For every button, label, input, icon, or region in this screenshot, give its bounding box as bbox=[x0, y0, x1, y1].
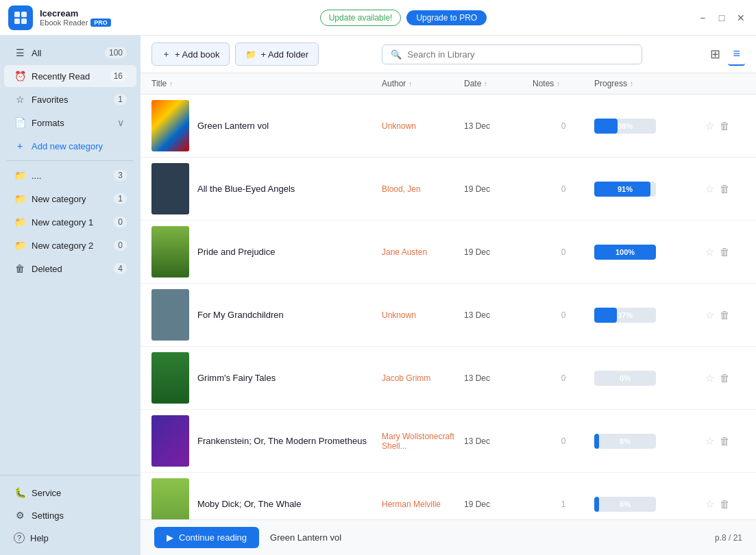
progress-label: 91% bbox=[594, 182, 656, 197]
progress-cell: 91% bbox=[594, 182, 704, 197]
sidebar-item-new-category-2[interactable]: 📁 New category 2 0 bbox=[4, 234, 136, 256]
title-sort-icon: ↑ bbox=[169, 80, 173, 88]
col-title[interactable]: Title ↑ bbox=[151, 79, 382, 88]
deleted-icon: 🗑 bbox=[14, 263, 26, 274]
update-button[interactable]: Update available! bbox=[320, 10, 402, 26]
actions-cell: ☆ 🗑 bbox=[704, 119, 745, 134]
actions-cell: ☆ 🗑 bbox=[704, 182, 745, 197]
play-icon: ▶ bbox=[167, 532, 173, 543]
add-book-icon: ＋ bbox=[162, 48, 171, 60]
sidebar-bottom: 🐛 Service ⚙ Settings ? Help bbox=[0, 475, 141, 550]
book-cell: Frankenstein; Or, The Modern Prometheus bbox=[151, 415, 382, 467]
col-notes[interactable]: Notes ↑ bbox=[533, 79, 594, 88]
sidebar-item-ellipsis[interactable]: 📁 .... 3 bbox=[4, 164, 136, 186]
search-box[interactable]: 🔍 bbox=[382, 45, 642, 64]
star-button[interactable]: ☆ bbox=[704, 245, 716, 260]
sidebar-item-recently-read[interactable]: ⏰ Recently Read 16 bbox=[4, 65, 136, 87]
actions-cell: ☆ 🗑 bbox=[704, 245, 745, 260]
continue-reading-button[interactable]: ▶ Continue reading bbox=[154, 527, 259, 548]
star-button[interactable]: ☆ bbox=[704, 497, 716, 512]
delete-button[interactable]: 🗑 bbox=[718, 245, 731, 259]
list-view-button[interactable]: ≡ bbox=[728, 43, 745, 66]
star-button[interactable]: ☆ bbox=[704, 182, 716, 197]
sidebar-item-settings[interactable]: ⚙ Settings bbox=[4, 504, 136, 526]
notes-cell: 0 bbox=[533, 373, 594, 383]
sidebar-item-new-category[interactable]: 📁 New category 1 bbox=[4, 188, 136, 210]
actions-cell: ☆ 🗑 bbox=[704, 434, 745, 449]
star-button[interactable]: ☆ bbox=[704, 371, 716, 386]
actions-cell: ☆ 🗑 bbox=[704, 371, 745, 386]
progress-bar: 8% bbox=[594, 434, 656, 449]
date-cell: 13 Dec bbox=[464, 373, 533, 383]
current-book-title: Green Lantern vol bbox=[270, 532, 341, 543]
col-date[interactable]: Date ↑ bbox=[464, 79, 533, 88]
author-cell: Blood, Jen bbox=[382, 184, 464, 194]
sidebar-item-all[interactable]: ☰ All 100 bbox=[4, 42, 136, 64]
search-input[interactable] bbox=[407, 49, 633, 60]
delete-button[interactable]: 🗑 bbox=[718, 434, 731, 448]
close-button[interactable]: ✕ bbox=[734, 11, 748, 25]
book-title: For My Grandchildren bbox=[197, 310, 284, 320]
notes-cell: 0 bbox=[533, 184, 594, 194]
book-cover bbox=[151, 289, 189, 341]
progress-label: 38% bbox=[594, 119, 656, 134]
actions-cell: ☆ 🗑 bbox=[704, 308, 745, 323]
col-progress[interactable]: Progress ↑ bbox=[594, 79, 704, 88]
delete-button[interactable]: 🗑 bbox=[718, 119, 731, 133]
progress-bar: 91% bbox=[594, 182, 656, 197]
sidebar-item-service[interactable]: 🐛 Service bbox=[4, 482, 136, 504]
grid-view-button[interactable]: ⊞ bbox=[705, 43, 725, 65]
titlebar-actions: Update available! Upgrade to PRO bbox=[320, 10, 487, 26]
delete-button[interactable]: 🗑 bbox=[718, 371, 731, 385]
sidebar-item-help[interactable]: ? Help bbox=[4, 527, 136, 549]
col-author[interactable]: Author ↑ bbox=[382, 79, 464, 88]
date-sort-icon: ↑ bbox=[484, 80, 487, 88]
help-icon: ? bbox=[14, 532, 25, 543]
maximize-button[interactable]: □ bbox=[715, 11, 729, 25]
view-toggles: ⊞ ≡ bbox=[705, 43, 745, 66]
notes-sort-icon: ↑ bbox=[557, 80, 560, 88]
add-folder-button[interactable]: 📁 + Add folder bbox=[235, 42, 319, 66]
author-cell: Jacob Grimm bbox=[382, 373, 464, 383]
sidebar-item-deleted[interactable]: 🗑 Deleted 4 bbox=[4, 258, 136, 280]
book-cover bbox=[151, 100, 189, 151]
upgrade-button[interactable]: Upgrade to PRO bbox=[406, 10, 487, 25]
sidebar-item-favorites[interactable]: ☆ Favorites 1 bbox=[4, 88, 136, 110]
sidebar-item-new-category-1[interactable]: 📁 New category 1 0 bbox=[4, 211, 136, 233]
toolbar-left: ＋ + Add book 📁 + Add folder bbox=[151, 42, 319, 66]
all-icon: ☰ bbox=[14, 47, 26, 58]
minimize-button[interactable]: − bbox=[696, 11, 709, 25]
star-button[interactable]: ☆ bbox=[704, 119, 716, 134]
settings-icon: ⚙ bbox=[14, 510, 26, 521]
date-cell: 13 Dec bbox=[464, 310, 533, 320]
main-content: ＋ + Add book 📁 + Add folder 🔍 ⊞ ≡ Title bbox=[141, 36, 756, 555]
new-category-2-icon: 📁 bbox=[14, 240, 26, 251]
delete-button[interactable]: 🗑 bbox=[718, 497, 731, 511]
chevron-down-icon: ∨ bbox=[114, 117, 127, 128]
book-title: Pride and Prejudice bbox=[197, 247, 275, 257]
progress-bar: 8% bbox=[594, 497, 656, 512]
table-row: All the Blue-Eyed Angels Blood, Jen 19 D… bbox=[141, 158, 756, 221]
table-body: Green Lantern vol Unknown 13 Dec 0 38% ☆… bbox=[141, 95, 756, 519]
bottom-bar: ▶ Continue reading Green Lantern vol p.8… bbox=[141, 519, 756, 555]
recently-read-icon: ⏰ bbox=[14, 71, 26, 82]
delete-button[interactable]: 🗑 bbox=[718, 182, 731, 196]
star-button[interactable]: ☆ bbox=[704, 308, 716, 323]
actions-cell: ☆ 🗑 bbox=[704, 497, 745, 512]
book-cell: Pride and Prejudice bbox=[151, 226, 382, 278]
progress-bar: 37% bbox=[594, 308, 656, 323]
sidebar-item-formats[interactable]: 📄 Formats ∨ bbox=[4, 112, 136, 134]
app-body: ☰ All 100 ⏰ Recently Read 16 ☆ Favorites… bbox=[0, 36, 756, 555]
date-cell: 13 Dec bbox=[464, 121, 533, 131]
progress-cell: 8% bbox=[594, 497, 704, 512]
delete-button[interactable]: 🗑 bbox=[718, 308, 731, 322]
star-button[interactable]: ☆ bbox=[704, 434, 716, 449]
notes-cell: 0 bbox=[533, 247, 594, 257]
progress-cell: 38% bbox=[594, 119, 704, 134]
sidebar-item-add-category[interactable]: + Add new category bbox=[4, 135, 136, 157]
table-header: Title ↑ Author ↑ Date ↑ Notes ↑ Progress… bbox=[141, 73, 756, 95]
add-book-button[interactable]: ＋ + Add book bbox=[151, 42, 230, 66]
add-folder-icon: 📁 bbox=[245, 49, 256, 60]
search-icon: 🔍 bbox=[391, 49, 402, 60]
notes-cell: 0 bbox=[533, 121, 594, 131]
